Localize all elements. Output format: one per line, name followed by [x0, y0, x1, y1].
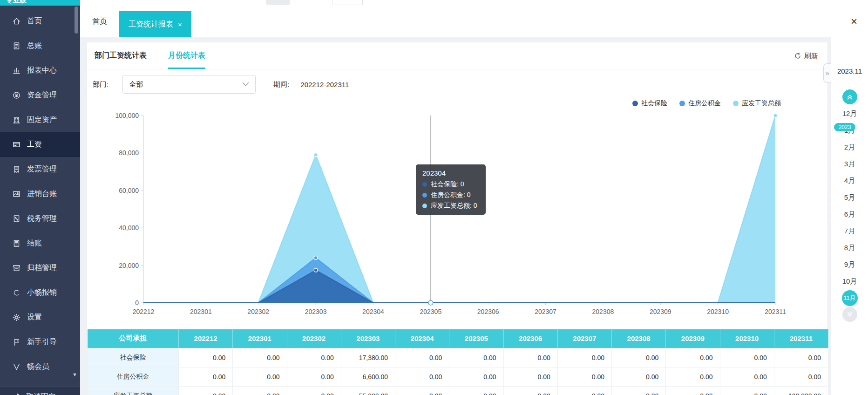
close-icon[interactable]: ×: [844, 10, 864, 33]
refresh-button[interactable]: 刷新: [794, 42, 818, 69]
table-cell: 0.00: [503, 348, 557, 367]
sidebar-item-label: 报表中心: [27, 66, 57, 75]
sidebar-scrollbar-thumb[interactable]: [75, 7, 78, 34]
sidebar-item-invoice[interactable]: 发票管理: [0, 157, 80, 182]
current-period-label: 2023.11: [831, 67, 868, 75]
scroll-months-up-button[interactable]: [842, 89, 857, 104]
legend-label: 应发工资总额: [742, 99, 781, 108]
timeline-month-12[interactable]: 12月: [831, 105, 868, 122]
sidebar-item-closing[interactable]: 结账: [0, 231, 80, 256]
table-cell: 0.00: [503, 386, 557, 395]
timeline-month-10[interactable]: 10月: [831, 273, 868, 290]
unpin-sidebar-button[interactable]: 取消固定: [0, 387, 80, 395]
tab-bar: 首页工资统计报表×: [80, 6, 868, 37]
sidebar-item-purchase[interactable]: 进销台账: [0, 182, 80, 206]
timeline-month-11[interactable]: 11月: [842, 290, 858, 306]
data-point-marker: [314, 153, 318, 157]
archive-icon: [12, 264, 21, 272]
table-cell: 0.00: [720, 367, 774, 386]
table-cell: 0.00: [179, 386, 233, 395]
table-header-cell: 202306: [503, 329, 557, 348]
table-cell: 0.00: [720, 386, 774, 395]
table-cell: 0.00: [233, 348, 287, 367]
timeline-month-7[interactable]: 7月: [831, 223, 868, 239]
svg-text:40,000: 40,000: [119, 224, 139, 232]
tab-home[interactable]: 首页: [80, 6, 119, 37]
table-cell: 0.00: [612, 386, 666, 395]
top-toolbar-cutoff: [80, 0, 868, 6]
sidebar-item-salary[interactable]: 工资: [0, 132, 80, 157]
cutoff-button-fragment[interactable]: [266, 0, 290, 5]
funds-icon: [12, 91, 21, 100]
sidebar-item-reimburse[interactable]: 小畅报销: [0, 280, 80, 305]
assets-icon: [12, 116, 21, 124]
timeline-month-2[interactable]: 2月: [831, 139, 868, 156]
tab-label: 首页: [92, 17, 107, 27]
tab-salary-report[interactable]: 工资统计报表×: [119, 11, 191, 37]
sidebar-item-member[interactable]: 畅会员: [0, 354, 80, 379]
department-dropdown[interactable]: 全部: [122, 75, 256, 94]
legend-item[interactable]: 住房公积金: [679, 99, 721, 108]
edition-badge: 专业版: [0, 0, 80, 6]
area-series-1: [143, 258, 775, 303]
table-cell: 0.00: [612, 348, 666, 367]
refresh-label: 刷新: [804, 52, 818, 61]
table-cell: 0.00: [287, 386, 341, 395]
sidebar-item-funds[interactable]: 资金管理: [0, 83, 80, 108]
salary-report-card: 部门工资统计表月份统计表 刷新 部门: 全部 期间: 202212-202311…: [87, 42, 828, 395]
data-point-marker: [773, 114, 777, 117]
month-list: 2023 12月1月2月3月4月5月6月7月8月9月10月11月: [831, 105, 868, 306]
double-chevron-down-icon: [845, 310, 854, 319]
timeline-month-4[interactable]: 4月: [831, 172, 868, 189]
scroll-months-down-button[interactable]: [842, 307, 857, 322]
area-series-0: [143, 270, 775, 303]
sidebar-item-report[interactable]: 报表中心: [0, 58, 80, 83]
sidebar-item-tax[interactable]: 税务管理: [0, 206, 80, 231]
chart-tooltip: 202304 社会保险: 0住房公积金: 0应发工资总额: 0: [416, 164, 486, 215]
legend-item[interactable]: 应发工资总额: [733, 99, 781, 108]
table-header-cell: 202310: [720, 329, 774, 348]
scroll-down-icon[interactable]: ▼: [72, 372, 77, 377]
app-window: 专业版 首页总账报表中心资金管理固定资产工资发票管理进销台账税务管理结账归档管理…: [0, 0, 868, 395]
salary-chart[interactable]: 020,00040,00060,00080,000100,00020221220…: [87, 112, 828, 322]
table-header-row: 公司承担202212202301202302202303202304202305…: [88, 329, 828, 348]
svg-text:60,000: 60,000: [119, 187, 139, 194]
table-header-cell: 202308: [612, 329, 666, 348]
sidebar-item-archive[interactable]: 归档管理: [0, 256, 80, 280]
svg-text:202305: 202305: [420, 308, 441, 315]
timeline-month-3[interactable]: 3月: [831, 156, 868, 172]
sidebar-item-ledger[interactable]: 总账: [0, 34, 80, 58]
timeline-month-9[interactable]: 9月: [831, 256, 868, 273]
cutoff-select-fragment[interactable]: [332, 0, 363, 5]
svg-text:20,000: 20,000: [119, 262, 139, 269]
sidebar-item-assets[interactable]: 固定资产: [0, 108, 80, 132]
year-badge: 2023: [834, 123, 855, 131]
tab-close-icon[interactable]: ×: [178, 20, 182, 28]
tooltip-row: 住房公积金: 0: [422, 191, 479, 199]
svg-text:80,000: 80,000: [119, 149, 139, 157]
table-cell: 0.00: [666, 348, 720, 367]
svg-text:202302: 202302: [247, 308, 269, 315]
sidebar-item-label: 工资: [27, 140, 42, 150]
reimburse-icon: [12, 288, 21, 297]
sidebar-item-home[interactable]: 首页: [0, 9, 80, 34]
tooltip-dot-icon: [422, 204, 427, 208]
timeline-month-5[interactable]: 5月: [831, 189, 868, 206]
table-row-label: 应发工资总额: [88, 386, 179, 395]
sidebar-item-settings[interactable]: 设置: [0, 305, 80, 330]
sidebar-item-label: 税务管理: [27, 214, 57, 224]
subtab-0[interactable]: 部门工资统计表: [95, 42, 147, 69]
table-cell: 0.00: [233, 386, 287, 395]
legend-item[interactable]: 社会保险: [632, 99, 667, 108]
svg-text:202304: 202304: [362, 308, 384, 315]
collapse-panel-icon[interactable]: »: [823, 63, 831, 83]
sidebar-item-guide[interactable]: 新手引导: [0, 330, 80, 354]
table-cell: 0.00: [612, 367, 666, 386]
timeline-month-6[interactable]: 6月: [831, 206, 868, 223]
unpin-label: 取消固定: [26, 392, 56, 395]
timeline-month-8[interactable]: 8月: [831, 239, 868, 256]
table-cell: 100,000.00: [774, 386, 828, 395]
subtab-1[interactable]: 月份统计表: [168, 42, 205, 69]
sidebar-item-label: 总账: [27, 41, 42, 51]
refresh-icon: [794, 52, 801, 60]
